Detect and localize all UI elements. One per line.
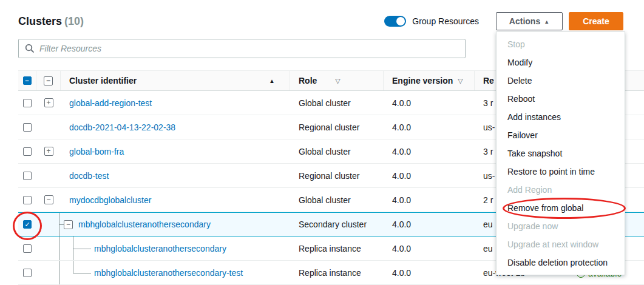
row-checkbox[interactable]: [23, 99, 32, 107]
expand-toggle[interactable]: +: [44, 147, 53, 156]
menu-item[interactable]: Add Region: [497, 181, 625, 199]
checkbox-cell: [18, 164, 36, 187]
checkbox-cell: [18, 261, 36, 284]
toolbar: Clusters(10) Group Resources Actions▲ Cr…: [0, 0, 644, 30]
expand-toggle[interactable]: −: [44, 195, 53, 204]
role-cell: Replica instance: [290, 268, 384, 278]
menu-item[interactable]: Upgrade now: [497, 217, 625, 235]
column-header-engine-version[interactable]: Engine version▽: [384, 71, 475, 90]
create-button[interactable]: Create: [569, 12, 623, 30]
role-cell: Secondary cluster: [290, 220, 384, 229]
column-header-cluster-identifier[interactable]: Cluster identifier▲: [61, 71, 290, 90]
checkbox-cell: [18, 139, 36, 163]
cluster-count: (10): [64, 15, 84, 27]
engine-cell: 4.0.0: [384, 171, 475, 181]
expand-cell: [36, 164, 61, 187]
actions-menu: Stop Modify Delete Reboot Add instances …: [496, 32, 625, 275]
identifier-cell: mbhglobalclusteranothersecondary: [61, 236, 290, 260]
column-header-role[interactable]: Role▽: [290, 71, 384, 90]
row-checkbox[interactable]: [23, 123, 32, 132]
row-checkbox[interactable]: [23, 269, 32, 277]
page-title-text: Clusters: [18, 15, 62, 27]
expand-cell: [36, 261, 61, 284]
sort-ascending-icon[interactable]: ▲: [269, 78, 275, 84]
group-resources-toggle[interactable]: [384, 16, 406, 27]
tree-line: [73, 236, 73, 260]
row-checkbox[interactable]: [23, 147, 32, 156]
tree-line: [73, 261, 73, 273]
cluster-link[interactable]: mydocdbglobalcluster: [69, 195, 151, 205]
clusters-page: Clusters(10) Group Resources Actions▲ Cr…: [0, 0, 644, 285]
menu-item[interactable]: Restore to point in time: [497, 163, 625, 181]
cluster-link[interactable]: mbhglobalclusteranothersecondary: [94, 244, 226, 253]
menu-item[interactable]: Reboot: [497, 90, 625, 108]
menu-item[interactable]: Take snapshot: [497, 144, 625, 163]
identifier-cell: − mbhglobalclusteranothersecondary: [61, 213, 290, 236]
select-all-header[interactable]: −: [18, 71, 36, 90]
cluster-link[interactable]: global-bom-fra: [69, 147, 124, 156]
filter-input[interactable]: [39, 40, 461, 57]
menu-item[interactable]: Remove from global: [497, 199, 625, 217]
cluster-link[interactable]: mbhglobalclusteranothersecondary-test: [94, 268, 243, 278]
engine-cell: 4.0.0: [384, 122, 475, 132]
identifier-cell: global-bom-fra: [61, 139, 290, 163]
checkbox-cell: [18, 188, 36, 212]
row-checkbox[interactable]: ✓: [23, 220, 32, 229]
expand-all-header[interactable]: −: [36, 71, 61, 90]
identifier-cell: mydocdbglobalcluster: [61, 188, 290, 212]
checkbox-cell: [18, 91, 36, 115]
menu-item[interactable]: Delete: [497, 72, 625, 90]
indeterminate-icon: −: [25, 77, 29, 84]
collapse-toggle[interactable]: −: [64, 220, 73, 229]
collapse-all-icon[interactable]: −: [44, 76, 53, 86]
menu-item[interactable]: Add instances: [497, 108, 625, 126]
identifier-cell: docdb-2021-04-13-22-02-38: [61, 115, 290, 139]
checkbox-cell: [18, 236, 36, 260]
menu-item[interactable]: Stop: [497, 35, 625, 53]
role-cell: Global cluster: [290, 147, 384, 156]
cluster-link[interactable]: docdb-test: [69, 171, 109, 181]
role-cell: Global cluster: [290, 98, 384, 108]
identifier-cell: global-add-region-test: [61, 91, 290, 115]
engine-cell: 4.0.0: [384, 147, 475, 156]
role-cell: Global cluster: [290, 195, 384, 205]
row-checkbox[interactable]: [23, 244, 32, 253]
row-checkbox[interactable]: [23, 172, 32, 180]
column-filter-icon[interactable]: ▽: [335, 77, 340, 85]
checkbox-cell: ✓: [18, 213, 36, 236]
engine-cell: 4.0.0: [384, 98, 475, 108]
caret-up-icon: ▲: [544, 19, 549, 25]
expand-cell: +: [36, 91, 61, 115]
expand-cell: −: [36, 188, 61, 212]
menu-item[interactable]: Modify: [497, 53, 625, 72]
expand-cell: +: [36, 139, 61, 163]
row-checkbox[interactable]: [23, 196, 32, 204]
filter-box: [18, 39, 466, 58]
toolbar-actions: Group Resources Actions▲ Create: [384, 12, 623, 30]
column-filter-icon[interactable]: ▽: [458, 77, 463, 85]
actions-button[interactable]: Actions▲: [496, 12, 563, 30]
expand-cell: [36, 213, 61, 236]
group-resources-label: Group Resources: [412, 16, 479, 26]
cluster-link[interactable]: docdb-2021-04-13-22-02-38: [69, 122, 175, 132]
menu-item[interactable]: Disable deletion protection: [497, 253, 625, 272]
engine-cell: 4.0.0: [384, 268, 475, 278]
expand-toggle[interactable]: +: [44, 98, 53, 107]
menu-item[interactable]: Failover: [497, 126, 625, 144]
engine-cell: 4.0.0: [384, 220, 475, 229]
engine-cell: 4.0.0: [384, 195, 475, 205]
role-cell: Regional cluster: [290, 122, 384, 132]
engine-cell: 4.0.0: [384, 244, 475, 253]
role-cell: Regional cluster: [290, 171, 384, 181]
identifier-cell: mbhglobalclusteranothersecondary-test: [61, 261, 290, 284]
select-all-checkbox[interactable]: −: [23, 76, 32, 85]
toggle-knob: [396, 17, 405, 25]
menu-item[interactable]: Upgrade at next window: [497, 235, 625, 253]
expand-cell: [36, 236, 61, 260]
page-title: Clusters(10): [18, 15, 84, 28]
role-cell: Replica instance: [290, 244, 384, 253]
expand-cell: [36, 115, 61, 139]
cluster-link[interactable]: mbhglobalclusteranothersecondary: [78, 220, 211, 229]
cluster-link[interactable]: global-add-region-test: [69, 98, 152, 108]
checkbox-cell: [18, 115, 36, 139]
